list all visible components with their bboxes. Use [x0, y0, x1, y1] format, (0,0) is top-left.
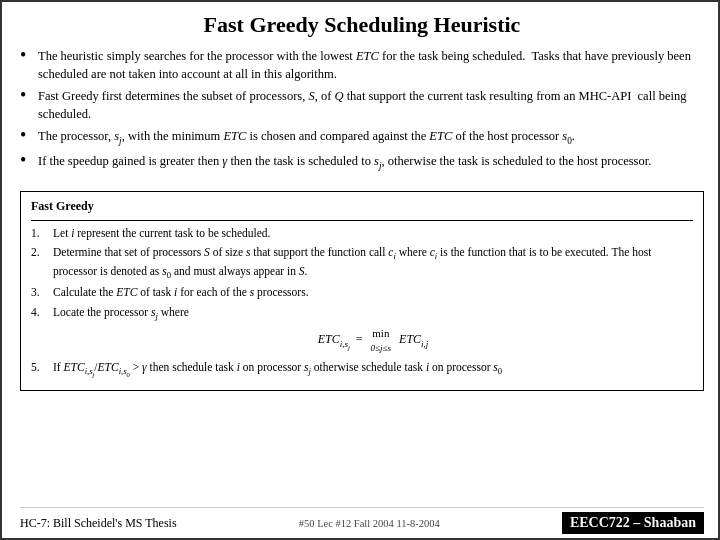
step-num-4: 4. — [31, 304, 53, 321]
step-num-5: 5. — [31, 359, 53, 376]
algo-step-4: 4. Locate the processor sj where — [31, 304, 693, 322]
bullet-item-1: • The heuristic simply searches for the … — [20, 48, 704, 83]
bullet-list: • The heuristic simply searches for the … — [20, 48, 704, 177]
algo-step-2: 2. Determine that set of processors S of… — [31, 244, 693, 281]
footer-right: EECC722 – Shaaban — [562, 512, 704, 534]
bullet-text-1: The heuristic simply searches for the pr… — [38, 48, 704, 83]
algo-step-1: 1. Let i represent the current task to b… — [31, 225, 693, 242]
step-text-3: Calculate the ETC of task i for each of … — [53, 284, 693, 300]
bullet-item-2: • Fast Greedy first determines the subse… — [20, 88, 704, 123]
bullet-item-3: • The processor, sj, with the minimum ET… — [20, 128, 704, 148]
bullet-dot-3: • — [20, 126, 34, 144]
algorithm-steps-cont: 5. If ETCi,sj/ETCi,s0 > γ then schedule … — [31, 359, 693, 379]
step-num-1: 1. — [31, 225, 53, 242]
bullet-text-3: The processor, sj, with the minimum ETC … — [38, 128, 704, 148]
footer: HC-7: Bill Scheidel's MS Thesis #50 Lec … — [20, 507, 704, 534]
step-num-3: 3. — [31, 284, 53, 301]
algo-step-5: 5. If ETCi,sj/ETCi,s0 > γ then schedule … — [31, 359, 693, 379]
algorithm-steps: 1. Let i represent the current task to b… — [31, 225, 693, 322]
bullet-dot-2: • — [20, 86, 34, 104]
bullet-dot-1: • — [20, 46, 34, 64]
algorithm-box: Fast Greedy 1. Let i represent the curre… — [20, 191, 704, 391]
footer-left: HC-7: Bill Scheidel's MS Thesis — [20, 516, 177, 531]
bullet-item-4: • If the speedup gained is greater then … — [20, 153, 704, 173]
step-text-5: If ETCi,sj/ETCi,s0 > γ then schedule tas… — [53, 359, 693, 379]
step-text-1: Let i represent the current task to be s… — [53, 225, 693, 241]
step-text-2: Determine that set of processors S of si… — [53, 244, 693, 281]
footer-center: #50 Lec #12 Fall 2004 11-8-2004 — [299, 518, 440, 529]
formula: ETCi,sj = min 0≤j≤s ETCi,j — [53, 326, 693, 355]
bullet-text-2: Fast Greedy first determines the subset … — [38, 88, 704, 123]
page-title: Fast Greedy Scheduling Heuristic — [20, 12, 704, 38]
bullet-text-4: If the speedup gained is greater then γ … — [38, 153, 704, 173]
page-container: Fast Greedy Scheduling Heuristic • The h… — [2, 2, 720, 540]
algorithm-title: Fast Greedy — [31, 198, 693, 215]
bullet-dot-4: • — [20, 151, 34, 169]
algo-step-3: 3. Calculate the ETC of task i for each … — [31, 284, 693, 301]
step-num-2: 2. — [31, 244, 53, 261]
step-text-4: Locate the processor sj where — [53, 304, 693, 322]
divider — [31, 220, 693, 221]
